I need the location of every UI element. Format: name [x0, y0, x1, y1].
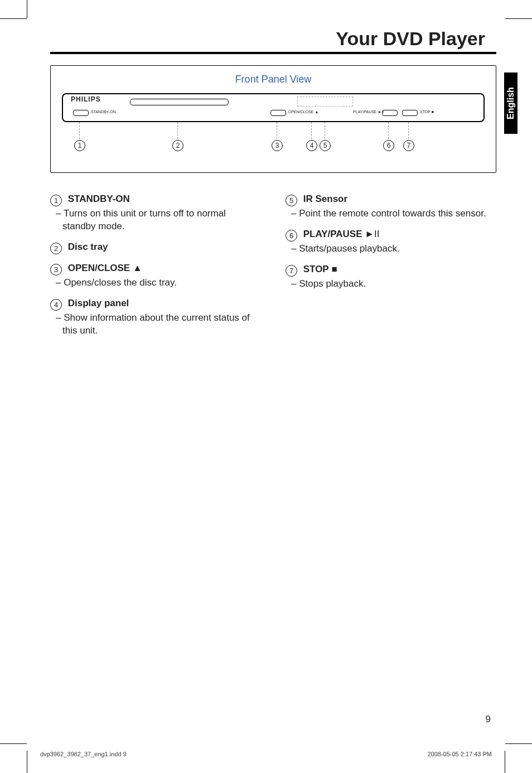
callout-number: 7 — [403, 140, 414, 151]
item-play-pause: 6 PLAY/PAUSE ►II Starts/pauses playback. — [286, 228, 496, 255]
crop-mark — [505, 743, 532, 744]
disc-tray-graphic — [130, 99, 229, 105]
play-pause-label: PLAY/PAUSE ►II — [353, 110, 384, 114]
crop-mark — [27, 0, 27, 18]
item-number: 2 — [50, 243, 62, 254]
callout-number: 4 — [306, 140, 317, 151]
callout-lead — [325, 122, 326, 139]
stop-button-graphic — [402, 110, 418, 116]
callout-number: 3 — [272, 140, 283, 151]
language-tab: English — [504, 73, 518, 134]
callout-lead — [408, 122, 409, 139]
standby-button-graphic — [73, 110, 89, 116]
item-heading: PLAY/PAUSE — [303, 229, 362, 239]
language-tab-label: English — [506, 87, 516, 119]
callout-lead — [177, 122, 178, 139]
item-heading: IR Sensor — [303, 194, 347, 204]
item-description: Show information about the current statu… — [50, 312, 261, 337]
callout-number: 6 — [383, 140, 394, 151]
item-heading: Display panel — [68, 298, 129, 308]
crop-mark — [0, 743, 27, 744]
standby-label: STANDBY-ON — [91, 110, 116, 114]
crop-mark — [505, 18, 532, 19]
eject-icon: ▲ — [133, 263, 142, 273]
callout-lead — [388, 122, 389, 139]
right-column: 5 IR Sensor Point the remote control tow… — [286, 193, 496, 345]
footer: dvp3962_3982_37_eng1.indd 9 2008-05-05 2… — [40, 751, 492, 757]
item-number: 7 — [286, 265, 297, 277]
play-pause-icon: ►II — [365, 229, 379, 239]
item-heading: STANDBY-ON — [68, 194, 130, 204]
crop-mark — [505, 751, 505, 773]
callout-number: 5 — [320, 140, 331, 151]
callout-lead — [79, 122, 80, 139]
page-title: Your DVD Player — [50, 28, 496, 50]
crop-mark — [0, 18, 27, 19]
brand-logo: PHILIPS — [71, 95, 101, 103]
item-ir-sensor: 5 IR Sensor Point the remote control tow… — [286, 193, 496, 220]
item-heading: Disc tray — [68, 241, 108, 252]
item-standby: 1 STANDBY-ON Turns on this unit or turns… — [50, 193, 261, 233]
open-close-button-graphic — [270, 110, 286, 116]
callout-lead — [311, 122, 312, 139]
footer-filename: dvp3962_3982_37_eng1.indd 9 — [40, 751, 127, 757]
item-open-close: 3 OPEN/CLOSE ▲ Opens/closes the disc tra… — [50, 262, 261, 289]
item-number: 4 — [50, 299, 62, 311]
callout-number: 2 — [172, 140, 183, 151]
item-heading: STOP — [303, 264, 329, 274]
stop-icon: ■ — [331, 264, 337, 274]
display-panel-graphic — [297, 96, 353, 107]
stop-label: STOP ■ — [420, 110, 434, 114]
front-panel-diagram: Front Panel View PHILIPS STANDBY-ON OPEN… — [50, 65, 496, 173]
callout-lead — [277, 122, 278, 139]
device-outline: PHILIPS STANDBY-ON OPEN/CLOSE ▲ PLAY/PAU… — [62, 93, 485, 122]
item-heading: OPEN/CLOSE — [68, 263, 130, 273]
item-number: 1 — [50, 195, 62, 206]
page-number: 9 — [486, 714, 491, 725]
callout-number: 1 — [74, 140, 85, 151]
crop-mark — [27, 751, 27, 773]
item-disc-tray: 2 Disc tray — [50, 241, 261, 254]
callout-row: 1 2 3 4 5 6 7 — [62, 122, 485, 152]
left-column: 1 STANDBY-ON Turns on this unit or turns… — [50, 193, 261, 345]
footer-timestamp: 2008-05-05 2:17:43 PM — [427, 751, 492, 757]
item-description: Turns on this unit or turns off to norma… — [50, 207, 261, 233]
item-number: 6 — [286, 230, 297, 241]
item-description: Stops playback. — [286, 278, 496, 291]
item-stop: 7 STOP ■ Stops playback. — [286, 263, 496, 291]
item-number: 3 — [50, 264, 62, 276]
item-description: Starts/pauses playback. — [286, 243, 496, 255]
play-pause-button-graphic — [382, 110, 398, 116]
item-number: 5 — [286, 195, 297, 206]
open-close-label: OPEN/CLOSE ▲ — [288, 110, 318, 114]
title-rule — [50, 52, 496, 54]
item-display-panel: 4 Display panel Show information about t… — [50, 297, 261, 337]
item-description: Opens/closes the disc tray. — [50, 277, 261, 289]
diagram-caption: Front Panel View — [62, 74, 485, 85]
item-description: Point the remote control towards this se… — [286, 207, 496, 220]
